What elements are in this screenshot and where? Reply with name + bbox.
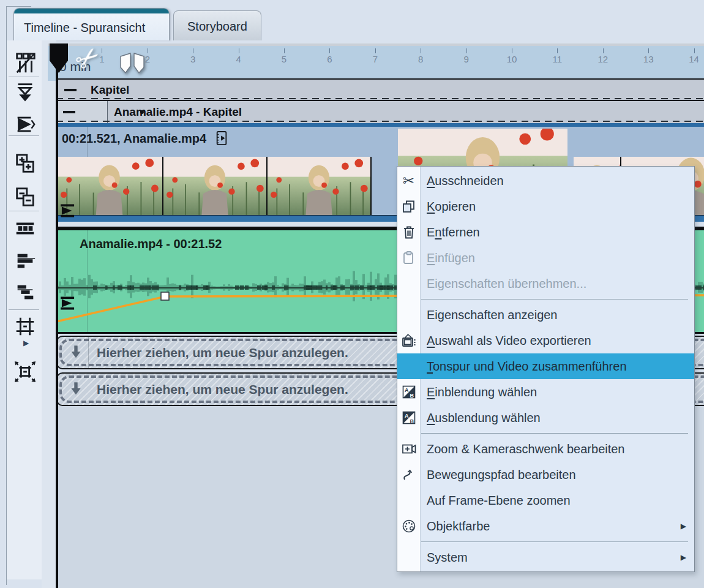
chapter-track-2-label: Anamalie.mp4 - Kapitel — [114, 105, 242, 119]
ruler-tick — [284, 48, 285, 53]
ruler-number: 6 — [327, 54, 332, 64]
video-thumbnail — [268, 157, 372, 220]
ruler-tick — [421, 48, 421, 53]
collapse-minus-button[interactable] — [63, 85, 78, 95]
toolbar-button-filmstrip-view[interactable] — [13, 217, 37, 240]
menu-item-auswahl-als-video-exportieren[interactable]: Auswahl als Video exportieren — [397, 328, 694, 353]
menu-item-label: Ausschneiden — [427, 174, 504, 188]
ruler-number: 8 — [418, 54, 423, 64]
copy-icon — [400, 198, 417, 215]
context-menu-items: ✂AusschneidenKopierenEntfernenEinfügenEi… — [397, 168, 694, 570]
ruler-number: 4 — [236, 54, 241, 64]
toolbar-separator — [9, 77, 39, 77]
toolbar-separator — [9, 211, 39, 211]
menu-item-ausschneiden[interactable]: ✂Ausschneiden — [397, 168, 694, 194]
ruler-tick — [648, 48, 649, 53]
ruler-tick — [512, 48, 512, 53]
zoom-pan-icon — [400, 441, 417, 458]
menu-item-tonspur-und-video-zusammenf-hren[interactable]: Tonspur und Video zusammenführen — [397, 353, 694, 379]
svg-text:A: A — [405, 413, 409, 419]
menu-icon-empty — [400, 549, 417, 566]
svg-text:B: B — [410, 418, 414, 424]
tab-storyboard[interactable]: Storyboard — [173, 10, 261, 40]
menu-item-label: Bewegungspfad bearbeiten — [427, 468, 576, 482]
menu-item-eigenschaften-bernehmen: Eigenschaften übernehmen... — [397, 271, 694, 296]
submenu-arrow-icon: ▶ — [681, 522, 686, 530]
tab-timeline-spuransicht[interactable]: Timeline - Spuransicht — [13, 8, 170, 40]
ruler-number: 5 — [282, 54, 286, 64]
svg-text:B: B — [410, 393, 414, 399]
menu-separator — [421, 541, 688, 542]
video-thumbnail — [163, 157, 268, 220]
toolbar-button-frame-fit[interactable] — [13, 315, 37, 338]
toolbar-button-zoom-in-objects[interactable] — [13, 152, 37, 175]
palette-icon — [400, 518, 417, 535]
split-marker-tool-icon[interactable] — [118, 51, 146, 77]
menu-item-ausblendung-w-hlen[interactable]: ABAusblendung wählen — [397, 405, 694, 431]
menu-item-eigenschaften-anzeigen[interactable]: Eigenschaften anzeigen — [397, 302, 694, 328]
menu-item-bewegungspfad-bearbeiten[interactable]: Bewegungspfad bearbeiten — [397, 462, 694, 488]
ruler-tick — [375, 48, 376, 53]
down-arrow-icon — [68, 344, 84, 362]
menu-item-label: Einblendung wählen — [427, 385, 537, 399]
chapter-track-label: Kapitel — [91, 83, 129, 97]
menu-item-einblendung-w-hlen[interactable]: ABEinblendung wählen — [397, 379, 694, 405]
menu-item-auf-frame-ebene-zoomen[interactable]: Auf Frame-Ebene zoomen — [397, 488, 694, 513]
menu-item-label: Objektfarbe — [427, 519, 490, 533]
ruler-number: 3 — [190, 54, 195, 64]
menu-item-system[interactable]: System▶ — [397, 545, 694, 570]
ruler-tick — [102, 48, 102, 53]
menu-item-label: Eigenschaften anzeigen — [427, 308, 558, 322]
toolbar-button-frame-fit-screen[interactable] — [13, 360, 37, 383]
menu-item-label: Kopieren — [427, 200, 476, 214]
menu-item-label: Einfügen — [427, 251, 475, 265]
menu-item-objektfarbe[interactable]: Objektfarbe▶ — [397, 513, 694, 539]
toolbar-separator — [9, 135, 39, 136]
export-video-icon — [400, 333, 417, 349]
motion-path-icon — [400, 467, 417, 483]
toolbar-button-keyframes[interactable] — [13, 113, 37, 136]
menu-item-label: Auf Frame-Ebene zoomen — [427, 494, 571, 508]
toolbar-submenu-arrow-icon[interactable]: ▶ — [23, 339, 29, 347]
toolbar-button-arrange-objects-staggered[interactable] — [13, 281, 37, 304]
video-clip-label: 00:21.521, Anamalie.mp4 — [62, 132, 206, 146]
ruler-tick — [466, 48, 467, 53]
toolbar-gap-strip — [42, 40, 56, 588]
fade-out-icon: AB — [400, 410, 417, 426]
toolbar-button-fade-objects[interactable] — [13, 80, 37, 104]
toolbar-button-zoom-out-objects[interactable] — [13, 186, 37, 209]
menu-item-label: Auswahl als Video exportieren — [427, 334, 591, 348]
down-arrow-icon — [68, 380, 84, 399]
menu-item-entfernen[interactable]: Entfernen — [397, 219, 694, 245]
timeline-toolbar: ▶ — [7, 40, 42, 579]
context-menu: ✂AusschneidenKopierenEntfernenEinfügenEi… — [397, 166, 695, 572]
ruler-tick — [239, 48, 239, 53]
toolbar-button-arrange-objects[interactable] — [13, 250, 37, 273]
dropzone-label: Hierher ziehen, um neue Spur anzulegen. — [97, 382, 348, 397]
collapse-minus-button[interactable] — [62, 107, 77, 117]
menu-item-kopieren[interactable]: Kopieren — [397, 194, 694, 219]
grid-line — [88, 337, 89, 368]
chapter-track[interactable]: Kapitel — [56, 78, 704, 100]
ruler-number: 10 — [507, 54, 517, 64]
menu-icon-empty — [400, 307, 417, 323]
dashed-track-divider — [56, 98, 704, 99]
chapter-track-2[interactable]: Anamalie.mp4 - Kapitel — [56, 100, 704, 123]
audio-clip-label: Anamalie.mp4 - 00:21.52 — [80, 237, 222, 251]
dropzone-label: Hierher ziehen, um neue Spur anzulegen. — [97, 345, 348, 360]
menu-item-zoom-kameraschwenk-bearbeiten[interactable]: Zoom & Kameraschwenk bearbeiten — [397, 436, 694, 462]
menu-icon-empty — [400, 492, 417, 509]
video-editor-window: Timeline - Spuransicht Storyboard ▶ 1234… — [0, 0, 704, 588]
ruler-tick — [193, 48, 193, 53]
toolbar-button-mouse-mode[interactable] — [13, 51, 37, 75]
playhead-marker[interactable] — [49, 43, 70, 75]
fade-handle-icon[interactable] — [59, 296, 77, 312]
menu-separator — [421, 299, 688, 300]
svg-text:A: A — [405, 387, 409, 393]
ruler-tick — [557, 48, 558, 53]
ruler-number: 7 — [373, 54, 378, 64]
submenu-arrow-icon: ▶ — [681, 553, 686, 562]
menu-item-label: System — [427, 551, 468, 565]
ruler-number: 12 — [597, 54, 608, 64]
fade-handle-icon[interactable] — [59, 204, 77, 220]
